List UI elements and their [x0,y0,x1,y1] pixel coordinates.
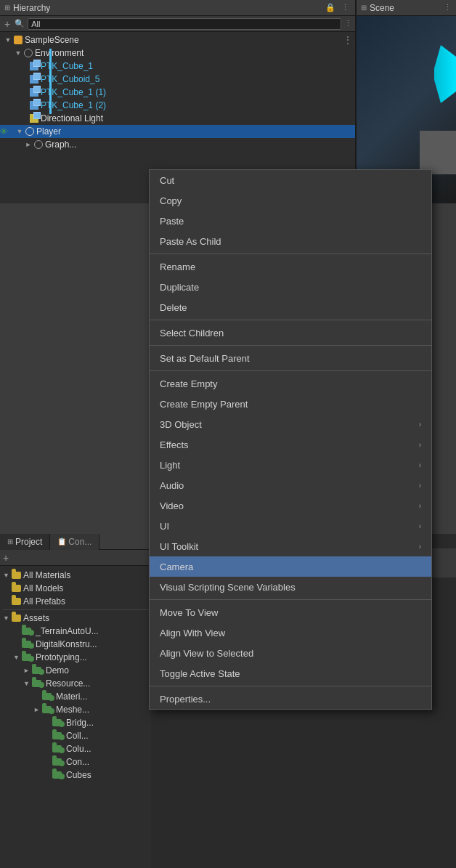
ptree-item-digital[interactable]: DigitalKonstru... [0,638,152,651]
tree-arrow-samplescene: ▼ [3,36,13,44]
ptk-cube-1-1-icon [29,87,39,97]
ptree-label-materi: Materi... [56,691,87,702]
menu-item-audio[interactable]: Audio› [150,475,431,495]
menu-item-cut[interactable]: Cut [150,170,431,190]
scene-icon [13,35,23,45]
menu-item-ui-toolkit[interactable]: UI Toolkit› [150,536,431,556]
cubes-green-dot [59,774,65,779]
tree-item-samplescene[interactable]: ▼ SampleScene ⋮ [0,33,355,46]
prototyping-green-dot [28,656,34,662]
ptk-cube-1-2-icon [29,100,39,110]
menu-item-toggle-active-state[interactable]: Toggle Active State [150,663,431,684]
menu-item-label: Delete [160,302,187,313]
ptree-item-resource[interactable]: ▼ Resource... [0,677,152,690]
ptree-item-all-models[interactable]: All Models [0,582,152,595]
scene-more-icon[interactable]: ⋮ [444,3,452,12]
tree-item-graph[interactable]: ► Graph... [0,138,355,151]
console-tab-icon: 📋 [57,538,66,545]
demo-arrow: ► [23,667,32,674]
ptree-item-con[interactable]: Con... [0,755,152,768]
meshe-arrow: ► [33,706,42,713]
menu-item-label: Select Children [160,328,224,338]
menu-item-label: Camera [160,561,193,572]
menu-separator [150,599,431,600]
menu-item-arrow-icon: › [419,502,421,510]
con-green-dot [59,760,65,766]
menu-item-camera[interactable]: Camera [150,556,431,577]
menu-item-label: 3D Object [160,419,202,430]
menu-item-visual-scripting-scene-variables[interactable]: Visual Scripting Scene Variables [150,577,431,597]
menu-item-video[interactable]: Video› [150,495,431,516]
tree-arrow-player: ▼ [15,128,25,135]
ptree-item-coll[interactable]: Coll... [0,729,152,742]
ptree-item-all-prefabs[interactable]: All Prefabs [0,595,152,608]
menu-item-effects[interactable]: Effects› [150,434,431,455]
tab-console[interactable]: 📋 Con... [50,534,99,550]
project-add-button[interactable]: + [3,552,9,564]
prototyping-arrow: ▼ [13,654,22,661]
menu-item-duplicate[interactable]: Duplicate [150,277,431,297]
menu-item-ui[interactable]: UI› [150,516,431,536]
tree-item-player[interactable]: 👁 ▼ Player [0,125,355,138]
ptree-item-assets[interactable]: ▼ Assets [0,612,152,625]
ptree-item-all-materials[interactable]: ▼ All Materials [0,569,152,582]
menu-separator [150,345,431,346]
ptree-item-materi[interactable]: Materi... [0,690,152,703]
menu-item-align-with-view[interactable]: Align With View [150,622,431,643]
menu-item-move-to-view[interactable]: Move To View [150,602,431,622]
menu-item-paste-as-child[interactable]: Paste As Child [150,231,431,251]
menu-item-arrow-icon: › [419,482,421,490]
samplescene-options-icon[interactable]: ⋮ [343,35,352,45]
menu-item-label: Align With View [160,628,225,638]
ptree-item-bridg[interactable]: Bridg... [0,716,152,729]
hierarchy-more-icon[interactable]: ⋮ [340,3,351,12]
menu-item-properties[interactable]: Properties... [150,689,431,709]
tree-item-directional-light[interactable]: Directional Light [0,112,355,125]
tree-item-environment[interactable]: ▼ Environment [0,46,355,60]
hierarchy-options-button[interactable]: ⋮ [344,19,352,28]
ptree-item-terrain[interactable]: _TerrainAutoU... [0,625,152,638]
hierarchy-toolbar: + 🔍 ⋮ [0,16,355,32]
menu-item-label: Align View to Selected [160,648,253,659]
project-panel: ⊞ Project 📋 Con... + ▼ All Materials All… [0,534,152,868]
menu-item-rename[interactable]: Rename [150,256,431,277]
tree-item-ptk-cube-1-2[interactable]: PTK_Cube_1 (2) [0,99,355,112]
menu-item-delete[interactable]: Delete [150,297,431,317]
tree-item-ptk-cuboid-5[interactable]: PTK_Cuboid_5 [0,73,355,86]
ptree-item-cubes[interactable]: Cubes [0,768,152,782]
menu-item-label: Move To View [160,607,218,618]
player-gameobj-icon [25,126,35,137]
menu-separator [150,370,431,371]
ptree-label-prototyping: Prototyping... [36,652,87,662]
ptree-item-prototyping[interactable]: ▼ Prototyping... [0,651,152,664]
ptree-label-demo: Demo [46,665,69,676]
menu-item-light[interactable]: Light› [150,455,431,475]
tab-project[interactable]: ⊞ Project [0,534,50,550]
ptree-label-digital: DigitalKonstru... [36,639,97,649]
ptree-item-meshe[interactable]: ► Meshe... [0,703,152,716]
ptree-item-colu[interactable]: Colu... [0,742,152,755]
resource-folder-wrap [32,680,44,687]
hierarchy-add-button[interactable]: + [3,18,12,30]
ptree-item-demo[interactable]: ► Demo [0,664,152,677]
con-folder-wrap [52,758,64,766]
menu-item-paste[interactable]: Paste [150,211,431,231]
tree-item-ptk-cube-1-1[interactable]: PTK_Cube_1 (1) [0,86,355,99]
menu-item-arrow-icon: › [419,543,421,551]
menu-item-label: Copy [160,195,182,206]
menu-item-3d-object[interactable]: 3D Object› [150,414,431,434]
hierarchy-search-input[interactable] [28,18,341,30]
prototyping-folder-wrap [22,654,33,661]
menu-item-copy[interactable]: Copy [150,190,431,211]
menu-item-align-view-to-selected[interactable]: Align View to Selected [150,643,431,663]
menu-item-create-empty-parent[interactable]: Create Empty Parent [150,394,431,414]
menu-item-create-empty[interactable]: Create Empty [150,373,431,394]
menu-item-select-children[interactable]: Select Children [150,323,431,343]
hierarchy-lock-icon[interactable]: 🔒 [324,3,337,12]
tab-console-label: Con... [68,537,91,547]
menu-item-set-as-default-parent[interactable]: Set as Default Parent [150,348,431,368]
tree-item-ptk-cube-1[interactable]: PTK_Cube_1 [0,60,355,73]
menu-item-label: Rename [160,261,195,272]
menu-item-arrow-icon: › [419,421,421,429]
ptree-label-assets: Assets [23,613,49,623]
